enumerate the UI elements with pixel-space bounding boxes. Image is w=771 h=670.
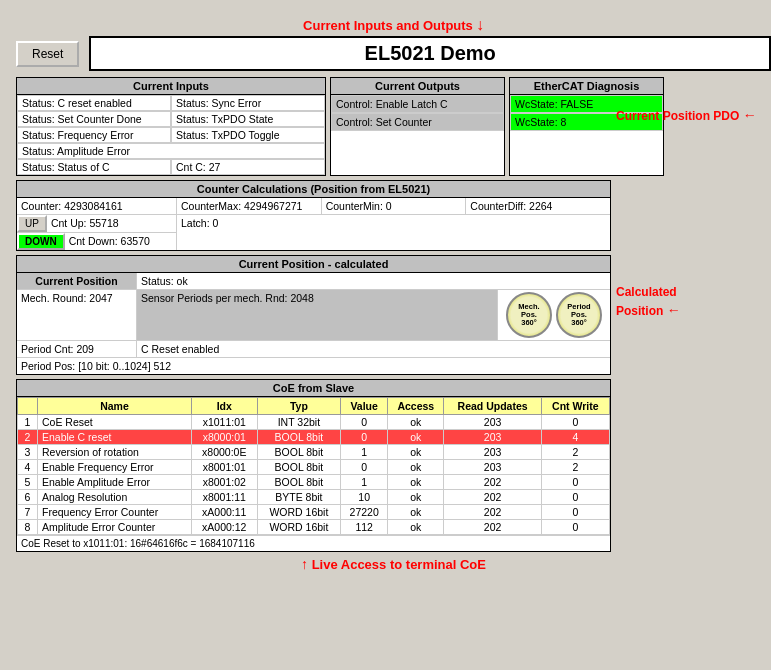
- row-value: 1: [341, 475, 388, 490]
- row-value: 112: [341, 520, 388, 535]
- input-cell-9: Cnt C: 27: [171, 159, 325, 175]
- row-access: ok: [388, 415, 444, 430]
- table-row: 6 Analog Resolution x8001:11 BYTE 8bit 1…: [18, 490, 610, 505]
- row-name: Amplitude Error Counter: [38, 520, 192, 535]
- output-item-1: Control: Enable Latch C: [331, 95, 504, 113]
- row-cnt-write: 2: [541, 460, 609, 475]
- current-outputs-header: Current Outputs: [331, 78, 504, 95]
- col-idx: Idx: [191, 398, 257, 415]
- latch-value: Latch: 0: [177, 215, 222, 250]
- row-typ: WORD 16bit: [257, 505, 341, 520]
- row-num: 7: [18, 505, 38, 520]
- row-typ: BOOL 8bit: [257, 460, 341, 475]
- input-cell-3: Status: Set Counter Done: [17, 111, 171, 127]
- row-value: 0: [341, 415, 388, 430]
- mech-gauge-label: Mech.Pos.360°: [518, 303, 539, 328]
- counter-min: CounterMin: 0: [322, 198, 467, 214]
- current-outputs-panel: Current Outputs Control: Enable Latch C …: [330, 77, 505, 176]
- row-read-updates: 202: [444, 475, 541, 490]
- mech-gauge: Mech.Pos.360°: [506, 292, 552, 338]
- counter-bottom-row: UP Cnt Up: 55718 DOWN Cnt Down: 63570 La…: [17, 215, 610, 250]
- row-name: Frequency Error Counter: [38, 505, 192, 520]
- input-cell-4: Status: TxPDO State: [171, 111, 325, 127]
- col-access: Access: [388, 398, 444, 415]
- row-value: 0: [341, 430, 388, 445]
- position-header: Current Position - calculated: [17, 256, 610, 273]
- table-row: 7 Frequency Error Counter xA000:11 WORD …: [18, 505, 610, 520]
- col-name: Name: [38, 398, 192, 415]
- down-row: DOWN Cnt Down: 63570: [17, 233, 176, 250]
- row-name: CoE Reset: [38, 415, 192, 430]
- row-cnt-write: 0: [541, 415, 609, 430]
- row-idx: x8000:01: [191, 430, 257, 445]
- main-panels-row: Current Inputs Status: C reset enabled S…: [16, 77, 611, 176]
- top-bar: Reset EL5021 Demo: [16, 36, 771, 71]
- row-typ: BOOL 8bit: [257, 475, 341, 490]
- inputs-grid: Status: C reset enabled Status: Sync Err…: [17, 95, 325, 175]
- table-row: 1 CoE Reset x1011:01 INT 32bit 0 ok 203 …: [18, 415, 610, 430]
- row-value: 27220: [341, 505, 388, 520]
- row-idx: x8001:11: [191, 490, 257, 505]
- row-num: 6: [18, 490, 38, 505]
- row-idx: x8001:01: [191, 460, 257, 475]
- row-value: 0: [341, 460, 388, 475]
- pos-status: Status: ok: [137, 273, 610, 289]
- position-section: Current Position - calculated Current Po…: [16, 255, 611, 375]
- mech-round: Mech. Round: 2047: [17, 290, 137, 340]
- outputs-list: Control: Enable Latch C Control: Set Cou…: [331, 95, 504, 131]
- row-cnt-write: 0: [541, 490, 609, 505]
- row-access: ok: [388, 505, 444, 520]
- col-cnt-write: Cnt Write: [541, 398, 609, 415]
- input-cell-5: Status: Frequency Error: [17, 127, 171, 143]
- row-num: 1: [18, 415, 38, 430]
- coe-wrapper: CoE from Slave Name Idx Typ Value Access…: [16, 379, 611, 552]
- reset-button[interactable]: Reset: [16, 41, 79, 67]
- table-row: 2 Enable C reset x8000:01 BOOL 8bit 0 ok…: [18, 430, 610, 445]
- row-typ: BOOL 8bit: [257, 445, 341, 460]
- col-num: [18, 398, 38, 415]
- page-title: EL5021 Demo: [89, 36, 771, 71]
- table-row: 8 Amplitude Error Counter xA000:12 WORD …: [18, 520, 610, 535]
- row-num: 2: [18, 430, 38, 445]
- row-value: 1: [341, 445, 388, 460]
- up-button[interactable]: UP: [17, 215, 47, 232]
- table-row: 4 Enable Frequency Error x8001:01 BOOL 8…: [18, 460, 610, 475]
- row-read-updates: 203: [444, 430, 541, 445]
- pos-row-4: Period Pos: [10 bit: 0..1024] 512: [17, 358, 610, 374]
- row-cnt-write: 4: [541, 430, 609, 445]
- row-access: ok: [388, 445, 444, 460]
- top-annotation: Current Inputs and Outputs ↓: [16, 16, 771, 34]
- annotation-current-position-pdo: Current Position PDO ←: [616, 107, 766, 123]
- counter-section: Counter Calculations (Position from EL50…: [16, 180, 611, 251]
- row-num: 3: [18, 445, 38, 460]
- counter-buttons-area: UP Cnt Up: 55718 DOWN Cnt Down: 63570: [17, 215, 177, 250]
- period-pos: Period Pos: [10 bit: 0..1024] 512: [17, 358, 175, 374]
- row-access: ok: [388, 475, 444, 490]
- row-read-updates: 203: [444, 415, 541, 430]
- period-gauge: PeriodPos.360°: [556, 292, 602, 338]
- counter-diff: CounterDiff: 2264: [466, 198, 610, 214]
- row-value: 10: [341, 490, 388, 505]
- position-wrapper: Current Position - calculated Current Po…: [16, 255, 611, 375]
- pos-label: Current Position: [17, 273, 137, 289]
- bottom-annotation: ↑ Live Access to terminal CoE: [16, 556, 771, 572]
- table-row: 3 Reversion of rotation x8000:0E BOOL 8b…: [18, 445, 610, 460]
- current-inputs-panel: Current Inputs Status: C reset enabled S…: [16, 77, 326, 176]
- output-item-2: Control: Set Counter: [331, 113, 504, 131]
- arrow-down-icon: ↓: [476, 16, 484, 33]
- row-typ: BYTE 8bit: [257, 490, 341, 505]
- row-access: ok: [388, 460, 444, 475]
- row-idx: x1011:01: [191, 415, 257, 430]
- row-cnt-write: 2: [541, 445, 609, 460]
- sensor-periods: Sensor Periods per mech. Rnd: 2048: [137, 290, 498, 340]
- row-name: Enable Frequency Error: [38, 460, 192, 475]
- row-access: ok: [388, 490, 444, 505]
- row-typ: WORD 16bit: [257, 520, 341, 535]
- period-gauge-wrapper: PeriodPos.360°: [556, 292, 602, 338]
- down-button[interactable]: DOWN: [17, 233, 65, 250]
- coe-header: CoE from Slave: [17, 380, 610, 397]
- row-name: Enable Amplitude Error: [38, 475, 192, 490]
- row-num: 8: [18, 520, 38, 535]
- row-idx: xA000:11: [191, 505, 257, 520]
- c-reset: C Reset enabled: [137, 341, 610, 357]
